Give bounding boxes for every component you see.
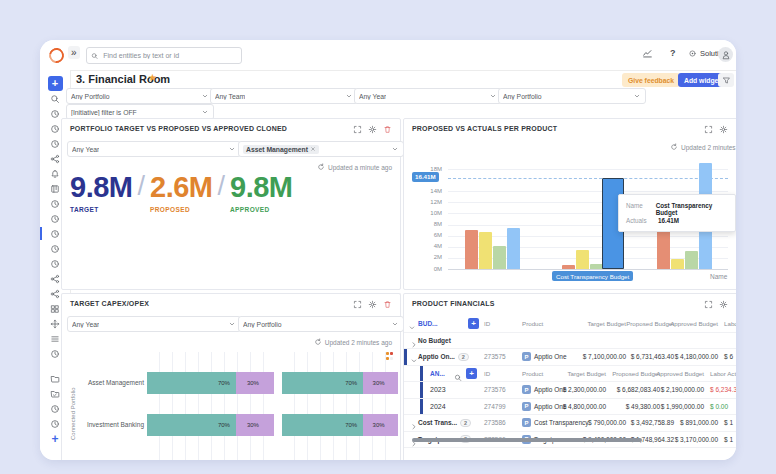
table-row[interactable]: No Budget [404,333,736,350]
segment-opex[interactable]: 30% [363,414,398,436]
chevron-down-icon [633,92,641,100]
help-button[interactable]: ? [670,48,676,58]
approved-cell: $ 4,180,000.00 [643,349,718,365]
segment-value: 70% [345,380,357,386]
network-icon [50,274,60,284]
widget-title: PROPOSED VS ACTUALS PER PRODUCT [412,125,557,132]
segment-capex[interactable]: 70% [147,372,236,394]
app-logo-icon[interactable] [46,45,67,66]
refresh-icon[interactable] [317,163,325,171]
widget-capex-opex: TARGET CAPEX/OPEX Any Year Any Portfolio… [61,293,401,460]
gear-icon[interactable] [368,125,377,134]
bar-Actuals[interactable] [507,228,520,269]
updated-status[interactable]: Updated 2 minutes ago [314,338,392,346]
id-cell: 273576 [484,382,506,398]
table-row[interactable]: Apptio On...2273575PApptio One$ 7,100,00… [404,349,736,366]
give-feedback-button[interactable]: Give feedback [622,73,680,87]
nested-column-id: ID [484,366,490,382]
y-axis-tick: 4M [412,243,442,249]
chevron-down-icon [228,320,236,328]
segment-opex[interactable]: 30% [236,414,274,436]
horizontal-scrollbar[interactable] [412,438,642,442]
filter-select-2[interactable]: Any Team [210,88,358,104]
widget-title: PRODUCT FINANCIALS [412,300,495,307]
gear-icon[interactable] [719,300,728,309]
plus-icon: + [48,76,63,91]
close-icon[interactable] [310,146,316,152]
filter-select-4[interactable]: Any Portfolio [498,88,646,104]
portfolio-filter-select[interactable]: Any Portfolio [238,316,404,332]
segment-value: 30% [373,422,385,428]
expand-icon[interactable] [353,300,362,309]
nested-column-approved: Approved Budget [629,366,704,382]
table-row[interactable]: AN...+IDProductTarget BudgetProposed Bud… [404,366,736,383]
bar-series-yellow[interactable] [671,259,684,269]
plus-icon: + [468,318,479,329]
expand-icon[interactable] [704,125,713,134]
refresh-icon[interactable] [670,143,678,151]
clock-icon [50,109,60,119]
user-avatar[interactable] [718,47,733,62]
selected-tag[interactable]: Asset Management [243,145,319,154]
column-group[interactable]: BUD... [418,316,438,332]
clock-icon [50,214,60,224]
x-axis-highlight-label[interactable]: Cost Transparency Budget [552,271,633,281]
year-filter-select[interactable]: Any Year [67,316,241,332]
metric-approved: 9.8MAPPROVED [230,171,292,213]
expand-icon[interactable] [353,125,362,134]
expand-icon[interactable] [704,300,713,309]
segment-capex[interactable]: 70% [147,414,236,436]
product-icon: P [522,385,531,394]
bar-series-green[interactable] [685,251,698,269]
legend-toggle-icon[interactable] [386,352,394,360]
segment-value: 70% [218,380,230,386]
trash-icon[interactable] [383,125,392,134]
widget-proposed-vs-actuals: PROPOSED VS ACTUALS PER PRODUCT Updated … [403,118,736,290]
table-row[interactable]: 2024274799PApptio One$ 4,800,000.00$ 49,… [404,399,736,416]
nested-column-labor: Labor Actuals [710,366,736,382]
segment-opex[interactable]: 30% [236,372,274,394]
widget-title: PORTFOLIO TARGET VS PROPOSED VS APPROVED… [70,125,287,132]
updated-status[interactable]: Updated 2 minutes ago [670,143,736,151]
filter-select-3[interactable]: Any Year [354,88,502,104]
clock-icon [50,229,60,239]
year-filter-select[interactable]: Any Year [67,141,241,157]
favorite-star-icon[interactable]: ★ [148,72,157,83]
updated-status[interactable]: Updated a minute ago [317,163,392,171]
table-row[interactable]: 2023273576PApptio One$ 2,300,000.00$ 6,6… [404,382,736,399]
add-row-button[interactable]: + [468,316,479,332]
chevron-down-icon [201,108,209,116]
y-axis-tick: 6M [412,232,442,238]
bar-series-red[interactable] [562,265,575,269]
group-name: No Budget [418,333,451,349]
filter-button[interactable] [718,73,734,87]
chart-panel [282,352,398,460]
bar-series-green[interactable] [493,246,506,269]
filter-select-1[interactable]: Any Portfolio [66,88,214,104]
product-icon: P [522,402,531,411]
gridline [448,269,728,270]
nested-column-group[interactable]: AN... [430,366,445,382]
approved-cell: $ 2,190,000.00 [629,382,704,398]
search-input[interactable] [101,51,237,60]
trend-icon[interactable] [642,48,653,59]
bar-series-yellow[interactable] [576,250,589,269]
gear-icon[interactable] [368,300,377,309]
trash-icon[interactable] [383,300,392,309]
collapse-sidebar-button[interactable]: » [68,46,80,59]
add-row-button[interactable]: + [466,366,477,382]
table-row[interactable]: Cost Trans...2273586PCost Transparency$ … [404,415,736,432]
bar-series-yellow[interactable] [479,232,492,269]
global-search[interactable] [86,47,242,64]
metric-value: 9.8M [70,171,132,204]
labor-actuals-cell: $ 0.00 [710,399,728,415]
segment-capex[interactable]: 70% [282,372,363,394]
bar-series-red[interactable] [465,230,478,269]
segment-opex[interactable]: 30% [363,372,398,394]
portfolio-tag-select[interactable]: Asset Management [238,141,404,157]
grid-icon [50,304,60,314]
segment-capex[interactable]: 70% [282,414,363,436]
gear-icon[interactable] [719,125,728,134]
refresh-icon[interactable] [314,338,322,346]
segment-value: 30% [247,380,259,386]
